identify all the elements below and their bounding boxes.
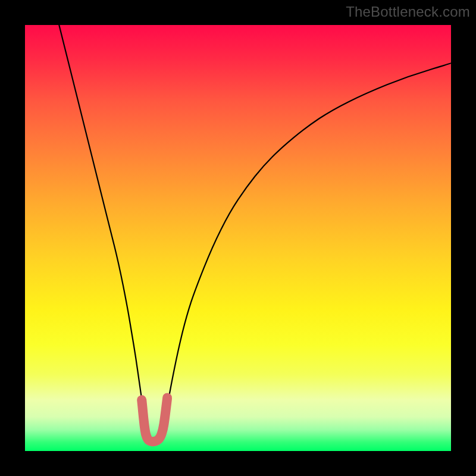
- chart-frame: TheBottleneck.com: [0, 0, 476, 476]
- bottleneck-curve: [59, 25, 451, 443]
- bottleneck-highlight: [142, 398, 167, 442]
- chart-svg: [25, 25, 451, 451]
- plot-area: [25, 25, 451, 451]
- watermark-text: TheBottleneck.com: [346, 4, 470, 20]
